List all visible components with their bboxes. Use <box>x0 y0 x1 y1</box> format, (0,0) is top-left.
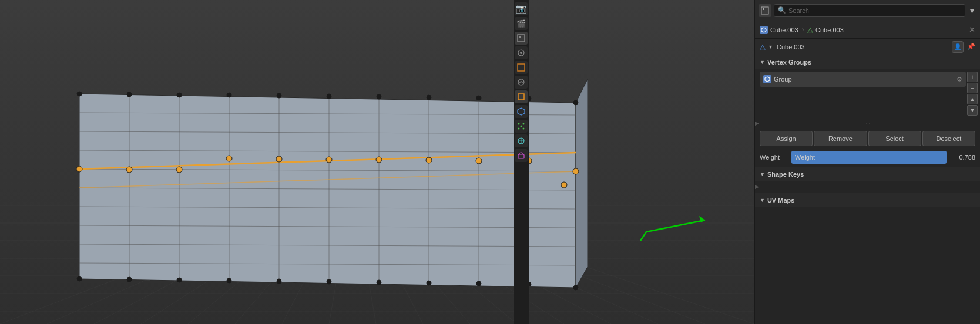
svg-point-52 <box>227 93 231 97</box>
add-group-button[interactable]: + <box>967 72 978 82</box>
fake-user-button[interactable]: 👤 <box>952 41 964 53</box>
particles-icon[interactable] <box>515 120 528 133</box>
svg-point-78 <box>377 280 381 285</box>
search-placeholder: Search <box>788 7 809 14</box>
uv-maps-header[interactable]: ▼ UV Maps <box>755 193 980 207</box>
svg-marker-106 <box>765 77 770 82</box>
expand-triangle: ▼ <box>760 59 765 65</box>
svg-rect-103 <box>761 7 768 14</box>
svg-point-72 <box>77 276 82 281</box>
mesh-icon: △ <box>807 25 813 34</box>
group-settings-icon[interactable]: ⚙ <box>956 76 962 83</box>
group-list-item[interactable]: Group ⚙ <box>760 72 966 87</box>
panel-close-button[interactable]: ✕ <box>969 25 975 34</box>
svg-point-57 <box>476 96 481 100</box>
object-name: Cube.003 <box>777 43 948 50</box>
list-side-buttons: + − ▲ ▼ <box>967 72 978 116</box>
svg-point-74 <box>177 278 182 282</box>
group-name: Group <box>774 76 954 83</box>
remove-button[interactable]: Remove <box>814 131 867 146</box>
world-icon[interactable] <box>515 76 528 89</box>
expand-icon: ▶ <box>755 120 760 126</box>
constraints-icon[interactable] <box>515 149 528 162</box>
search-icon: 🔍 <box>778 6 786 14</box>
svg-point-68 <box>476 158 482 164</box>
3d-viewport[interactable]: 📷 🎬 <box>0 0 754 324</box>
svg-point-94 <box>518 123 520 125</box>
breadcrumb-label-2: Cube.003 <box>815 26 844 33</box>
svg-point-64 <box>276 156 282 162</box>
svg-marker-93 <box>518 108 525 115</box>
render-properties-icon[interactable]: 🎬 <box>515 17 528 30</box>
svg-point-71 <box>573 168 579 174</box>
dropdown-icon[interactable]: ▾ <box>769 43 772 50</box>
vertex-groups-header[interactable]: ▼ Vertex Groups <box>755 55 980 69</box>
remove-group-button[interactable]: − <box>967 83 978 93</box>
svg-point-55 <box>377 95 381 99</box>
weight-value: 0.788 <box>949 154 975 161</box>
deselect-button[interactable]: Deselect <box>922 131 975 146</box>
shape-keys-scrollbar: ▶ ··· <box>755 181 980 192</box>
svg-point-61 <box>126 167 132 173</box>
panel-collapse-button[interactable]: ▾ <box>968 5 976 16</box>
move-up-button[interactable]: ▲ <box>967 94 978 104</box>
cube-icon <box>760 26 768 34</box>
object-properties-icon[interactable] <box>515 90 528 103</box>
select-button[interactable]: Select <box>868 131 921 146</box>
svg-point-70 <box>561 182 567 188</box>
weight-slider[interactable]: Weight <box>791 151 947 164</box>
panel-menu-icon[interactable] <box>759 4 771 17</box>
shape-keys-triangle: ▼ <box>760 171 765 177</box>
shape-keys-title: Shape Keys <box>767 171 804 178</box>
view-layer-icon[interactable] <box>515 46 528 59</box>
svg-point-95 <box>523 123 525 125</box>
shape-keys-header[interactable]: ▼ Shape Keys <box>755 167 980 181</box>
vertex-group-list: Group ⚙ <box>760 72 966 116</box>
vertex-groups-title: Vertex Groups <box>767 59 811 66</box>
svg-point-66 <box>376 157 382 163</box>
svg-rect-92 <box>518 94 524 100</box>
shape-expand-icon: ▶ <box>755 184 760 190</box>
svg-rect-104 <box>763 8 764 10</box>
weight-bar-label: Weight <box>795 154 815 161</box>
panel-header: 🔍 Search ▾ <box>755 0 980 21</box>
output-properties-icon[interactable] <box>515 32 528 45</box>
svg-point-80 <box>476 281 481 286</box>
svg-point-75 <box>227 278 231 283</box>
svg-point-49 <box>77 92 82 96</box>
move-down-button[interactable]: ▼ <box>967 105 978 116</box>
svg-marker-28 <box>576 79 588 288</box>
svg-point-54 <box>327 94 331 99</box>
breadcrumb-item-1: Cube.003 <box>760 26 798 34</box>
svg-point-65 <box>326 157 332 163</box>
svg-point-73 <box>127 277 132 282</box>
viewport-svg <box>0 0 754 324</box>
list-scrollbar[interactable]: ▶ ··· <box>755 118 980 129</box>
vertex-group-list-container: Group ⚙ + − ▲ ▼ <box>755 69 980 118</box>
svg-rect-90 <box>518 64 525 71</box>
action-buttons-row: Assign Remove Select Deselect <box>755 129 980 148</box>
pin-button[interactable]: 📌 <box>967 43 975 50</box>
svg-point-67 <box>426 157 432 163</box>
uv-maps-title: UV Maps <box>767 197 794 204</box>
physics-icon[interactable] <box>515 134 528 147</box>
scene-properties-icon[interactable]: 📷 <box>515 2 528 15</box>
modifier-properties-icon[interactable] <box>515 105 528 118</box>
scene-icon[interactable] <box>515 61 528 74</box>
svg-point-60 <box>76 166 82 172</box>
breadcrumb-separator: › <box>802 26 804 33</box>
group-icon <box>763 75 771 83</box>
svg-marker-105 <box>761 28 766 32</box>
svg-rect-87 <box>519 36 521 38</box>
assign-button[interactable]: Assign <box>760 131 813 146</box>
svg-point-82 <box>573 285 578 290</box>
weight-row: Weight Weight 0.788 <box>755 148 980 166</box>
search-bar[interactable]: 🔍 Search <box>774 4 965 17</box>
svg-point-77 <box>327 279 331 284</box>
properties-panel: 🔍 Search ▾ Cube.003 › △ Cube.003 ✕ △ ▾ C… <box>754 0 980 324</box>
object-data-row: △ ▾ Cube.003 👤 📌 <box>755 39 980 55</box>
svg-point-97 <box>523 128 525 130</box>
svg-point-96 <box>518 128 520 130</box>
svg-point-98 <box>521 126 522 127</box>
svg-marker-27 <box>79 94 576 288</box>
